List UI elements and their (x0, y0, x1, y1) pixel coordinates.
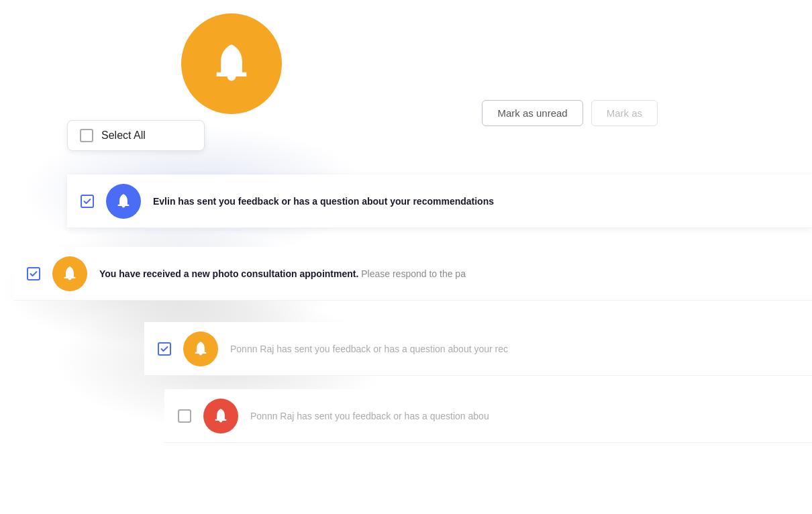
notification-2-icon (52, 256, 87, 291)
notification-3-text: Ponnn Raj has sent you feedback or has a… (230, 344, 799, 354)
notification-2-text: You have received a new photo consultati… (99, 268, 799, 279)
mark-as-read-button[interactable]: Mark as (591, 100, 658, 126)
notification-3-icon (183, 331, 218, 366)
select-all-row[interactable]: Select All (67, 120, 205, 151)
notification-1-checkbox[interactable] (81, 195, 94, 208)
bell-svg-1 (115, 193, 132, 210)
notification-1-text-bold: Evlin has sent you feedback or has a que… (153, 196, 494, 207)
notification-row-1[interactable]: Evlin has sent you feedback or has a que… (67, 174, 812, 228)
notification-4-text: Ponnn Raj has sent you feedback or has a… (250, 411, 799, 421)
notification-2-checkbox[interactable] (27, 267, 40, 280)
select-all-label[interactable]: Select All (101, 130, 146, 142)
bell-svg-3 (192, 340, 209, 358)
select-all-checkbox[interactable] (80, 129, 93, 142)
notification-row-2[interactable]: You have received a new photo consultati… (13, 247, 812, 301)
bell-svg (208, 40, 255, 87)
notification-4-checkbox[interactable] (178, 409, 191, 423)
notification-bell-icon (181, 13, 282, 114)
action-buttons-container: Mark as unread Mark as (482, 100, 658, 126)
notification-4-text-muted: Ponnn Raj has sent you feedback or has a… (250, 411, 489, 421)
notification-3-checkbox[interactable] (158, 342, 171, 356)
mark-as-unread-button[interactable]: Mark as unread (482, 100, 582, 126)
notification-1-icon (106, 184, 141, 219)
notification-2-text-bold: You have received a new photo consultati… (99, 268, 358, 279)
notification-2-text-light: Please respond to the pa (361, 268, 466, 279)
notification-3-text-muted: Ponnn Raj has sent you feedback or has a… (230, 344, 508, 354)
bell-svg-2 (61, 265, 79, 282)
notification-row-3[interactable]: Ponnn Raj has sent you feedback or has a… (144, 322, 812, 376)
notification-row-4[interactable]: Ponnn Raj has sent you feedback or has a… (164, 389, 812, 443)
notification-1-text: Evlin has sent you feedback or has a que… (153, 196, 799, 207)
bell-svg-4 (212, 407, 230, 425)
notification-4-icon (203, 399, 238, 433)
